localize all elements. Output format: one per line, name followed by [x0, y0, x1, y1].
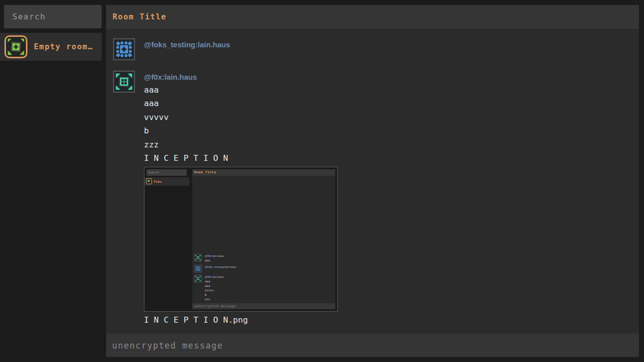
message-line: aaa — [144, 83, 338, 97]
room-avatar-icon — [4, 35, 27, 58]
mini-message-sender: @f0x:lain.haus — [205, 254, 224, 258]
composer-input[interactable] — [106, 334, 639, 357]
mini-room-avatar-icon — [146, 178, 152, 184]
attachment-filename[interactable]: I N C E P T I O N.png — [144, 313, 338, 327]
mini-avatar-f0x-icon — [194, 254, 202, 261]
room-name-label: Empty room… — [34, 42, 93, 51]
chat-panel: Room Title — [106, 5, 639, 357]
mini-chat-panel: Room Title — [192, 169, 335, 309]
mini-message-line: aaa — [205, 279, 224, 283]
mini-search-input: Search — [146, 169, 187, 176]
mini-avatar-f0x-icon — [194, 275, 202, 282]
room-list-sidebar: Empty room… — [0, 0, 102, 362]
mini-message-line: b — [205, 292, 224, 297]
message-sender: @f0x:lain.haus — [144, 71, 338, 83]
message: @foks_testing:lain.haus — [113, 38, 639, 60]
mini-message-timeline: @f0x:lain.haus aaa — [192, 176, 335, 303]
mini-message-line: vvvvv — [205, 288, 224, 292]
room-title: Room Title — [113, 12, 166, 21]
mini-room-title: Room Title — [192, 169, 335, 176]
mini-message: @foks_testing:lain.haus — [194, 265, 335, 272]
message-content: @foks_testing:lain.haus — [144, 38, 230, 60]
mini-room-name: Foks — [154, 180, 162, 183]
mini-message: @f0x:lain.haus aaa — [194, 254, 335, 262]
mini-message-line: zzz — [205, 297, 224, 301]
mini-message: @f0x:lain.haus aaa aaa vvvvv b zzz — [194, 275, 335, 301]
avatar-foks-testing-icon — [113, 38, 135, 60]
mini-message-sender: @f0x:lain.haus — [205, 275, 224, 279]
mini-message-line: aaa — [205, 283, 224, 288]
room-header: Room Title — [106, 5, 639, 29]
mini-message-sender: @foks_testing:lain.haus — [205, 265, 236, 269]
message-line: b — [144, 124, 338, 138]
mini-composer: unencrypted message — [192, 303, 335, 309]
message-line: vvvvv — [144, 111, 338, 124]
room-search[interactable] — [4, 5, 102, 28]
avatar-f0x-icon — [113, 71, 135, 93]
message-line: I N C E P T I O N — [144, 151, 338, 165]
message-sender: @foks_testing:lain.haus — [144, 38, 230, 51]
mini-avatar-foks-testing-icon — [194, 265, 202, 272]
message-content: @f0x:lain.haus aaa aaa vvvvv b zzz I N C… — [144, 71, 338, 327]
mini-message-line: aaa — [205, 258, 224, 262]
search-input[interactable] — [4, 5, 102, 28]
message-composer[interactable] — [106, 334, 639, 357]
message-line: zzz — [144, 138, 338, 152]
message-line: aaa — [144, 97, 338, 111]
image-attachment[interactable]: Search Foks — [144, 167, 338, 312]
sidebar-room-item[interactable]: Empty room… — [0, 33, 102, 61]
message-timeline: @foks_testing:lain.haus — [106, 29, 639, 334]
message: @f0x:lain.haus aaa aaa vvvvv b zzz I N C… — [113, 71, 639, 327]
mini-room-item: Foks — [144, 177, 189, 186]
